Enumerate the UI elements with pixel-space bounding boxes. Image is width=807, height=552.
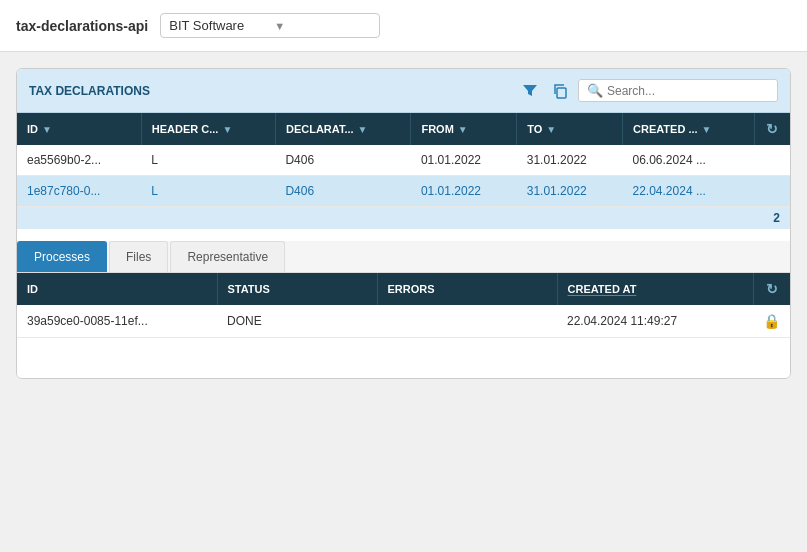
tab-files[interactable]: Files [109,241,168,272]
processes-refresh-icon[interactable]: ↻ [766,281,778,297]
proc-col-created-at: CREATED AT [557,273,753,305]
col-header-c: HEADER C... ▼ [141,113,275,145]
main-card: TAX DECLARATIONS 🔍 [16,68,791,379]
table-refresh-icon[interactable]: ↻ [766,121,778,137]
process-row[interactable]: 39a59ce0-0085-11ef... DONE 22.04.2024 11… [17,305,790,338]
proc-cell-errors [377,305,557,338]
from-filter-icon[interactable]: ▼ [458,124,468,135]
tax-declarations-table: ID ▼ HEADER C... ▼ DECLARAT... ▼ [17,113,790,207]
col-refresh: ↻ [754,113,790,145]
proc-col-errors: ERRORS [377,273,557,305]
lock-icon[interactable]: 🔒 [763,313,780,329]
cell-action [754,176,790,207]
company-name: BIT Software [169,18,266,33]
cell-header-c: L [141,145,275,176]
tax-declarations-header: TAX DECLARATIONS 🔍 [17,69,790,113]
id-filter-icon[interactable]: ▼ [42,124,52,135]
section-toolbar: 🔍 [518,79,778,102]
table-row[interactable]: 1e87c780-0... L D406 01.01.2022 31.01.20… [17,176,790,207]
table-header-row: ID ▼ HEADER C... ▼ DECLARAT... ▼ [17,113,790,145]
created-filter-icon[interactable]: ▼ [702,124,712,135]
chevron-down-icon: ▼ [274,20,371,32]
pagination-bar: 2 [17,207,790,229]
filter-icon [522,83,538,99]
proc-cell-id: 39a59ce0-0085-11ef... [17,305,217,338]
proc-col-id: ID [17,273,217,305]
cell-action [754,145,790,176]
proc-cell-status: DONE [217,305,377,338]
tax-declarations-title: TAX DECLARATIONS [29,84,510,98]
cell-created: 06.06.2024 ... [623,145,755,176]
filter-button[interactable] [518,81,542,101]
cell-declarat: D406 [275,145,411,176]
svg-rect-0 [557,88,566,98]
processes-table: ID STATUS ERRORS [17,273,790,338]
tabs-bar: Processes Files Representative [17,241,790,273]
col-from: FROM ▼ [411,113,517,145]
cell-created: 22.04.2024 ... [623,176,755,207]
processes-section: ID STATUS ERRORS [17,273,790,378]
col-created: CREATED ... ▼ [623,113,755,145]
to-filter-icon[interactable]: ▼ [546,124,556,135]
search-box: 🔍 [578,79,778,102]
copy-button[interactable] [548,81,572,101]
cell-id: ea5569b0-2... [17,145,141,176]
header-c-filter-icon[interactable]: ▼ [222,124,232,135]
col-id: ID ▼ [17,113,141,145]
copy-icon [552,83,568,99]
table-row[interactable]: ea5569b0-2... L D406 01.01.2022 31.01.20… [17,145,790,176]
proc-col-status: STATUS [217,273,377,305]
search-icon: 🔍 [587,83,603,98]
cell-id: 1e87c780-0... [17,176,141,207]
search-input[interactable] [607,84,769,98]
page-title: tax-declarations-api [16,18,148,34]
proc-cell-lock: 🔒 [753,305,790,338]
top-bar: tax-declarations-api BIT Software ▼ [0,0,807,52]
proc-cell-created-at: 22.04.2024 11:49:27 [557,305,753,338]
cell-header-c: L [141,176,275,207]
cell-from: 01.01.2022 [411,176,517,207]
bottom-area [17,338,790,378]
company-selector[interactable]: BIT Software ▼ [160,13,380,38]
col-declarat: DECLARAT... ▼ [275,113,411,145]
cell-to: 31.01.2022 [517,176,623,207]
proc-col-refresh: ↻ [753,273,790,305]
main-content: TAX DECLARATIONS 🔍 [0,52,807,395]
declarat-filter-icon[interactable]: ▼ [358,124,368,135]
cell-declarat: D406 [275,176,411,207]
col-to: TO ▼ [517,113,623,145]
tab-processes[interactable]: Processes [17,241,107,272]
cell-to: 31.01.2022 [517,145,623,176]
cell-from: 01.01.2022 [411,145,517,176]
processes-header-row: ID STATUS ERRORS [17,273,790,305]
pagination-count: 2 [773,211,780,225]
tab-representative[interactable]: Representative [170,241,285,272]
